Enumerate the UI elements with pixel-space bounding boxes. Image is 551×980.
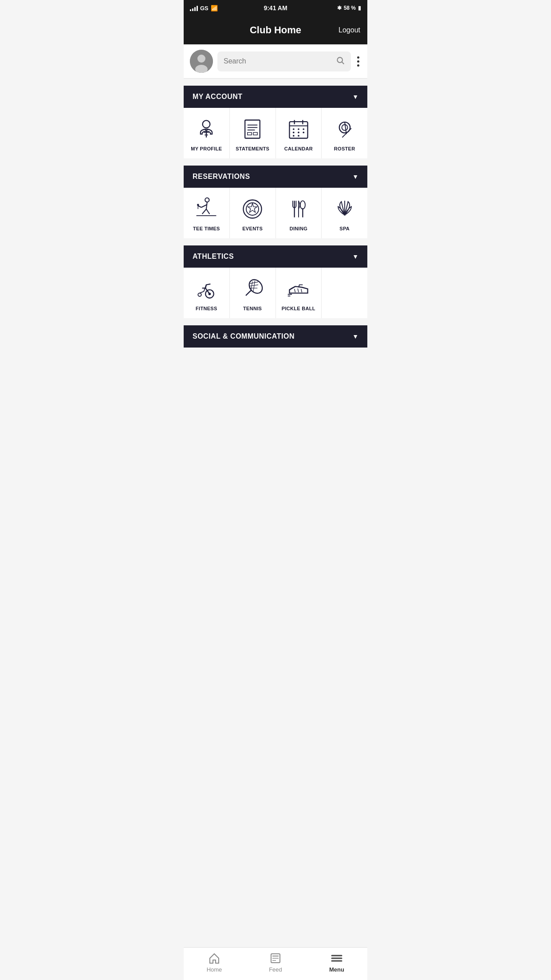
my-profile-item[interactable]: MY PROFILE bbox=[184, 108, 229, 158]
tennis-item[interactable]: TENNIS bbox=[230, 268, 276, 318]
svg-point-52 bbox=[247, 277, 265, 296]
pickleball-label: PICKLE BALL bbox=[282, 306, 315, 311]
svg-point-19 bbox=[293, 128, 295, 130]
my-account-grid: MY PROFILE STATEMENTS bbox=[184, 108, 367, 158]
svg-point-37 bbox=[197, 204, 199, 206]
svg-line-33 bbox=[202, 209, 206, 214]
svg-line-56 bbox=[250, 282, 259, 284]
svg-rect-9 bbox=[245, 120, 260, 138]
dot bbox=[357, 60, 359, 63]
page-title: Club Home bbox=[250, 24, 301, 36]
status-bar: GS 📶 9:41 AM ✱ 58 % ▮ bbox=[184, 0, 367, 16]
my-account-chevron: ▼ bbox=[352, 93, 358, 100]
search-input[interactable] bbox=[224, 57, 332, 65]
svg-point-3 bbox=[337, 57, 342, 63]
tee-times-item[interactable]: TEE TIMES bbox=[184, 188, 229, 238]
svg-point-50 bbox=[198, 293, 201, 296]
athletics-section-header[interactable]: ATHLETICS ▼ bbox=[184, 245, 367, 268]
search-icon bbox=[336, 56, 345, 67]
battery-icon: ▮ bbox=[358, 5, 361, 11]
app-header: Club Home Logout bbox=[184, 16, 367, 44]
social-chevron: ▼ bbox=[352, 333, 358, 340]
svg-line-4 bbox=[342, 62, 344, 64]
svg-line-34 bbox=[206, 209, 209, 214]
svg-point-31 bbox=[205, 198, 209, 202]
status-left: GS 📶 bbox=[190, 5, 218, 12]
reservations-section-header[interactable]: RESERVATIONS ▼ bbox=[184, 166, 367, 188]
calendar-item[interactable]: CALENDAR bbox=[276, 108, 322, 158]
athletics-chevron: ▼ bbox=[352, 253, 358, 260]
my-profile-label: MY PROFILE bbox=[191, 146, 222, 151]
svg-point-23 bbox=[298, 132, 299, 134]
social-section-header[interactable]: SOCIAL & COMMUNICATION ▼ bbox=[184, 325, 367, 348]
athletics-grid: FITNESS TENNIS bbox=[184, 268, 367, 318]
roster-item[interactable]: ROSTER bbox=[322, 108, 367, 158]
svg-point-25 bbox=[293, 135, 295, 137]
svg-point-1 bbox=[197, 55, 205, 63]
more-options-button[interactable] bbox=[355, 55, 361, 68]
svg-point-20 bbox=[298, 128, 299, 130]
tennis-label: TENNIS bbox=[243, 306, 262, 311]
reservations-chevron: ▼ bbox=[352, 173, 358, 180]
battery-label: 58 % bbox=[344, 5, 356, 11]
events-label: EVENTS bbox=[242, 226, 263, 231]
svg-line-32 bbox=[206, 202, 207, 209]
status-time: 9:41 AM bbox=[264, 4, 287, 12]
statements-item[interactable]: STATEMENTS bbox=[230, 108, 276, 158]
svg-point-51 bbox=[209, 292, 211, 295]
statements-label: STATEMENTS bbox=[236, 146, 269, 151]
main-content: MY ACCOUNT ▼ MY PROFILE bbox=[184, 44, 367, 383]
svg-point-21 bbox=[303, 128, 304, 130]
logout-button[interactable]: Logout bbox=[338, 26, 360, 34]
bluetooth-icon: ✱ bbox=[337, 5, 342, 11]
wifi-icon: 📶 bbox=[211, 5, 218, 12]
my-account-section-header[interactable]: MY ACCOUNT ▼ bbox=[184, 86, 367, 108]
avatar[interactable] bbox=[190, 50, 213, 73]
empty-slot bbox=[322, 268, 367, 318]
reservations-title: RESERVATIONS bbox=[193, 173, 250, 181]
svg-point-5 bbox=[203, 120, 210, 128]
svg-rect-14 bbox=[253, 132, 257, 135]
dining-item[interactable]: DINING bbox=[276, 188, 322, 238]
fitness-item[interactable]: FITNESS bbox=[184, 268, 229, 318]
pickleball-item[interactable]: PICKLE BALL bbox=[276, 268, 322, 318]
athletics-title: ATHLETICS bbox=[193, 253, 234, 261]
roster-label: ROSTER bbox=[334, 146, 355, 151]
svg-point-47 bbox=[300, 201, 305, 209]
tee-times-label: TEE TIMES bbox=[193, 226, 220, 231]
signal-icon bbox=[190, 5, 198, 11]
svg-rect-13 bbox=[248, 132, 252, 135]
calendar-label: CALENDAR bbox=[284, 146, 313, 151]
dot bbox=[357, 64, 359, 67]
svg-line-55 bbox=[253, 281, 255, 291]
dot bbox=[357, 56, 359, 59]
spa-label: SPA bbox=[339, 226, 350, 231]
search-row bbox=[184, 44, 367, 79]
dining-label: DINING bbox=[290, 226, 307, 231]
carrier-label: GS bbox=[200, 5, 209, 12]
social-title: SOCIAL & COMMUNICATION bbox=[193, 332, 295, 340]
svg-point-41 bbox=[246, 203, 259, 215]
search-box[interactable] bbox=[217, 51, 351, 71]
svg-point-28 bbox=[342, 125, 347, 130]
my-account-title: MY ACCOUNT bbox=[193, 93, 243, 101]
svg-line-59 bbox=[295, 289, 295, 292]
status-right: ✱ 58 % ▮ bbox=[337, 5, 361, 11]
events-item[interactable]: EVENTS bbox=[230, 188, 276, 238]
spa-item[interactable]: SPA bbox=[322, 188, 367, 238]
fitness-label: FITNESS bbox=[196, 306, 217, 311]
svg-marker-42 bbox=[248, 203, 257, 213]
svg-line-60 bbox=[298, 288, 299, 292]
reservations-grid: TEE TIMES EVENTS bbox=[184, 188, 367, 238]
svg-line-61 bbox=[301, 289, 302, 292]
svg-line-36 bbox=[198, 206, 201, 208]
svg-point-22 bbox=[293, 132, 295, 134]
svg-point-26 bbox=[298, 135, 299, 137]
svg-point-24 bbox=[303, 132, 304, 134]
